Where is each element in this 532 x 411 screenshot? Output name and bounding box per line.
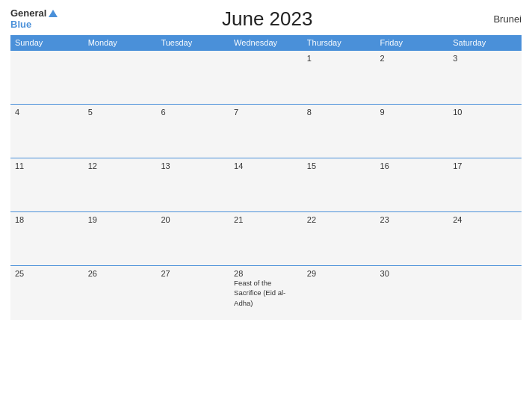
header-thursday: Thursday	[303, 35, 376, 51]
weekday-header-row: Sunday Monday Tuesday Wednesday Thursday…	[10, 35, 522, 51]
day-number: 6	[161, 108, 225, 117]
day-number: 18	[15, 215, 79, 224]
day-number: 26	[88, 269, 152, 278]
day-number: 14	[234, 161, 298, 170]
calendar-cell: 17	[448, 158, 522, 212]
header-tuesday: Tuesday	[156, 35, 229, 51]
calendar-cell: 12	[84, 158, 157, 212]
calendar-cell: 29	[303, 266, 376, 320]
day-number: 20	[161, 215, 225, 224]
day-number: 25	[15, 269, 79, 278]
calendar-cell: 30	[376, 266, 449, 320]
day-number: 9	[380, 108, 445, 117]
calendar-table: Sunday Monday Tuesday Wednesday Thursday…	[10, 35, 522, 320]
calendar-cell: 26	[84, 266, 157, 320]
calendar-cell: 28Feast of the Sacrifice (Eid al-Adha)	[229, 266, 303, 320]
header-saturday: Saturday	[448, 35, 522, 51]
calendar-cell: 1	[303, 51, 376, 105]
calendar-page: General Blue June 2023 Brunei Sunday Mon…	[0, 0, 532, 411]
calendar-cell: 7	[229, 105, 303, 158]
day-number: 7	[234, 108, 298, 117]
day-number: 4	[15, 108, 79, 117]
country-label: Brunei	[477, 13, 522, 25]
logo-blue-text: Blue	[10, 19, 58, 30]
calendar-cell	[229, 51, 303, 105]
header-friday: Friday	[376, 35, 449, 51]
event-text: Feast of the Sacrifice (Eid al-Adha)	[234, 279, 285, 307]
day-number: 16	[380, 161, 445, 170]
day-number: 30	[380, 269, 445, 278]
calendar-cell: 24	[448, 212, 522, 266]
calendar-cell: 27	[156, 266, 229, 320]
logo: General Blue	[10, 8, 58, 30]
calendar-cell: 11	[10, 158, 84, 212]
calendar-cell	[84, 51, 157, 105]
calendar-cell: 20	[156, 212, 229, 266]
calendar-week-row: 18192021222324	[10, 212, 522, 266]
calendar-cell: 4	[10, 105, 84, 158]
day-number: 23	[380, 215, 445, 224]
calendar-header: General Blue June 2023 Brunei	[10, 7, 522, 31]
day-number: 24	[453, 215, 517, 224]
day-number: 28	[234, 269, 298, 278]
calendar-cell: 3	[448, 51, 522, 105]
calendar-cell: 8	[303, 105, 376, 158]
calendar-cell: 23	[376, 212, 449, 266]
calendar-cell: 5	[84, 105, 157, 158]
calendar-cell: 2	[376, 51, 449, 105]
day-number: 1	[307, 54, 371, 63]
day-number: 3	[453, 54, 517, 63]
day-number: 12	[88, 161, 152, 170]
calendar-cell: 6	[156, 105, 229, 158]
calendar-cell	[448, 266, 522, 320]
calendar-cell: 10	[448, 105, 522, 158]
header-monday: Monday	[84, 35, 157, 51]
calendar-title: June 2023	[58, 7, 477, 31]
calendar-cell: 21	[229, 212, 303, 266]
day-number: 22	[307, 215, 371, 224]
day-number: 15	[307, 161, 371, 170]
calendar-cell: 25	[10, 266, 84, 320]
calendar-cell: 22	[303, 212, 376, 266]
day-number: 8	[307, 108, 371, 117]
day-number: 17	[453, 161, 517, 170]
calendar-cell: 16	[376, 158, 449, 212]
calendar-cell: 15	[303, 158, 376, 212]
header-sunday: Sunday	[10, 35, 84, 51]
calendar-cell: 9	[376, 105, 449, 158]
calendar-cell: 18	[10, 212, 84, 266]
logo-general-text: General	[10, 8, 46, 19]
day-number: 19	[88, 215, 152, 224]
calendar-week-row: 25262728Feast of the Sacrifice (Eid al-A…	[10, 266, 522, 320]
calendar-week-row: 45678910	[10, 105, 522, 158]
logo-triangle-icon	[49, 10, 58, 17]
calendar-cell	[10, 51, 84, 105]
day-number: 10	[453, 108, 517, 117]
calendar-cell: 14	[229, 158, 303, 212]
day-number: 27	[161, 269, 225, 278]
calendar-cell: 13	[156, 158, 229, 212]
calendar-cell	[156, 51, 229, 105]
day-number: 29	[307, 269, 371, 278]
day-number: 5	[88, 108, 152, 117]
calendar-week-row: 123	[10, 51, 522, 105]
calendar-cell: 19	[84, 212, 157, 266]
day-number: 2	[380, 54, 445, 63]
day-number: 21	[234, 215, 298, 224]
calendar-week-row: 11121314151617	[10, 158, 522, 212]
day-number: 11	[15, 161, 79, 170]
header-wednesday: Wednesday	[229, 35, 303, 51]
day-number: 13	[161, 161, 225, 170]
